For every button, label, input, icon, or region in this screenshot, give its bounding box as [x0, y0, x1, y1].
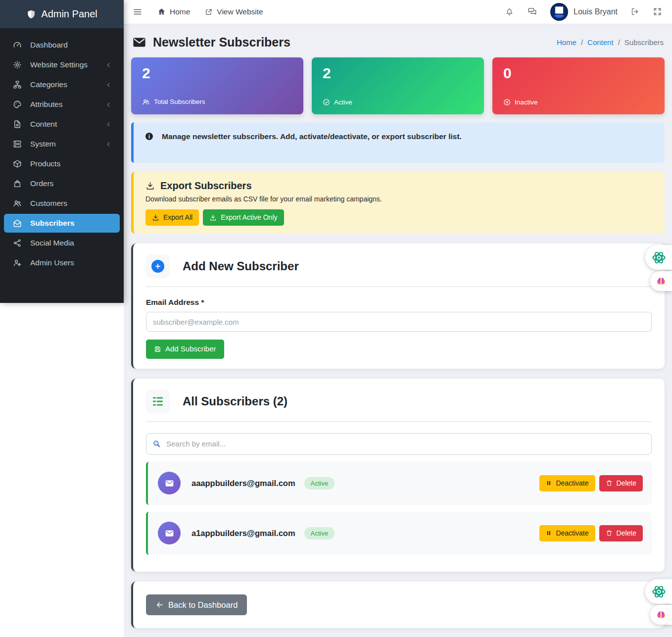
plus-circle-icon: [151, 260, 164, 273]
brain-icon: [656, 276, 667, 287]
users-icon: [12, 199, 23, 208]
sidebar-item-orders[interactable]: Orders: [4, 174, 120, 193]
stat-value: 2: [323, 65, 473, 81]
back-to-dashboard-button[interactable]: Back to Dashboard: [146, 594, 247, 615]
page-content: Newsletter Subscribers Home / Content / …: [124, 24, 672, 637]
breadcrumb-content[interactable]: Content: [587, 38, 614, 47]
user-name: Louis Bryant: [574, 7, 618, 16]
stat-label: Inactive: [515, 98, 538, 106]
top-navbar: Home View Website Louis Bryant: [124, 0, 672, 24]
sidebar-item-label: Customers: [30, 199, 67, 208]
sidebar: Admin Panel Dashboard Website Settings C…: [0, 0, 124, 637]
sidebar-item-label: Products: [30, 159, 60, 168]
sidebar-item-attributes[interactable]: Attributes: [4, 95, 120, 114]
hamburger-icon[interactable]: [133, 7, 143, 17]
info-circle-icon: [144, 132, 154, 141]
export-description: Download subscriber emails as CSV file f…: [145, 195, 653, 203]
download-icon: [145, 181, 155, 191]
envelope-icon: [132, 35, 146, 49]
stat-inactive: 0 Inactive: [492, 57, 665, 114]
list-icon: [151, 395, 164, 408]
external-link-icon: [205, 8, 213, 16]
times-circle-icon: [503, 98, 511, 106]
brain-extension-button[interactable]: [650, 271, 672, 291]
search-input[interactable]: [146, 433, 652, 455]
trash-icon: [606, 480, 613, 487]
user-menu[interactable]: Louis Bryant: [550, 3, 618, 21]
sidebar-item-label: Dashboard: [30, 41, 68, 49]
status-badge: Active: [304, 477, 335, 490]
stat-label: Total Subscribers: [154, 98, 205, 105]
delete-button[interactable]: Delete: [599, 475, 643, 491]
sidebar-item-label: Admin Users: [30, 258, 74, 267]
gear-icon: [12, 60, 23, 69]
expand-icon[interactable]: [653, 7, 662, 16]
sidebar-item-categories[interactable]: Categories: [4, 75, 120, 94]
brain-extension-button[interactable]: [650, 605, 672, 625]
subscribers-list-card: All Subscribers (2) aaappbuilders@gmail.…: [131, 379, 665, 572]
delete-button[interactable]: Delete: [599, 525, 643, 541]
sidebar-item-products[interactable]: Products: [4, 154, 120, 173]
sidebar-item-system[interactable]: System: [4, 135, 120, 153]
brand: Admin Panel: [0, 0, 124, 28]
subscriber-email: aaappbuilders@gmail.com: [192, 479, 295, 488]
sign-out-icon[interactable]: [630, 7, 640, 16]
deactivate-button[interactable]: Deactivate: [539, 525, 595, 541]
download-icon: [209, 214, 217, 221]
page-title: Newsletter Subscribers: [132, 35, 290, 49]
export-all-button[interactable]: Export All: [145, 209, 199, 226]
sidebar-menu: Dashboard Website Settings Categories At…: [0, 28, 124, 280]
sidebar-item-content[interactable]: Content: [4, 115, 120, 134]
breadcrumb-home[interactable]: Home: [557, 38, 576, 47]
box-icon: [12, 159, 23, 168]
gauge-icon: [12, 41, 23, 49]
sidebar-item-customers[interactable]: Customers: [4, 194, 120, 213]
subscriber-row: aaappbuilders@gmail.com Active Deactivat…: [146, 462, 652, 505]
sidebar-item-label: Content: [30, 120, 57, 129]
sidebar-item-website-settings[interactable]: Website Settings: [4, 55, 120, 74]
sidebar-item-label: Attributes: [30, 100, 62, 109]
brain-icon: [656, 609, 667, 620]
sitemap-icon: [12, 80, 23, 89]
sidebar-item-label: Social Media: [30, 239, 74, 247]
brand-title: Admin Panel: [41, 8, 97, 20]
add-subscriber-card: Add New Subscriber Email Address * Add S…: [131, 244, 665, 369]
stat-value: 2: [142, 65, 292, 81]
sidebar-item-label: Orders: [30, 179, 53, 188]
subscriber-email: a1appbuilders@gmail.com: [192, 529, 295, 538]
sidebar-item-subscribers[interactable]: Subscribers: [4, 214, 120, 233]
nav-view-website-link[interactable]: View Website: [205, 7, 263, 16]
users-icon: [142, 98, 150, 106]
download-icon: [152, 214, 159, 221]
atom-extension-button[interactable]: [645, 245, 672, 270]
envelope-avatar: [158, 472, 181, 494]
check-circle-icon: [323, 98, 330, 106]
atom-icon: [651, 584, 667, 599]
sidebar-item-label: Categories: [30, 80, 67, 89]
chevron-left-icon: [105, 141, 112, 147]
add-subscriber-title: Add New Subscriber: [183, 259, 299, 273]
server-icon: [12, 140, 23, 148]
sidebar-item-admin-users[interactable]: Admin Users: [4, 253, 120, 272]
user-gear-icon: [12, 258, 23, 267]
alert-text: Manage newsletter subscribers. Add, acti…: [162, 132, 462, 141]
bell-icon[interactable]: [505, 7, 514, 16]
comments-icon[interactable]: [527, 6, 537, 17]
status-badge: Active: [304, 527, 335, 539]
sidebar-item-dashboard[interactable]: Dashboard: [4, 36, 120, 54]
palette-icon: [12, 100, 23, 109]
export-active-only-button[interactable]: Export Active Only: [203, 209, 284, 226]
export-title: Export Subscribers: [145, 180, 653, 192]
footer-card: Back to Dashboard: [131, 582, 665, 628]
subscribers-list-title: All Subscribers (2): [183, 394, 288, 408]
export-section: Export Subscribers Download subscriber e…: [131, 172, 665, 234]
nav-home-link[interactable]: Home: [157, 7, 190, 16]
sidebar-item-social-media[interactable]: Social Media: [4, 234, 120, 252]
email-field[interactable]: [146, 312, 652, 332]
stat-total-subscribers: 2 Total Subscribers: [131, 57, 303, 114]
deactivate-button[interactable]: Deactivate: [539, 475, 595, 491]
atom-extension-button[interactable]: [645, 579, 672, 604]
breadcrumb-current: Subscribers: [624, 38, 664, 47]
envelope-avatar: [158, 522, 181, 544]
add-subscriber-button[interactable]: Add Subscriber: [146, 340, 224, 359]
